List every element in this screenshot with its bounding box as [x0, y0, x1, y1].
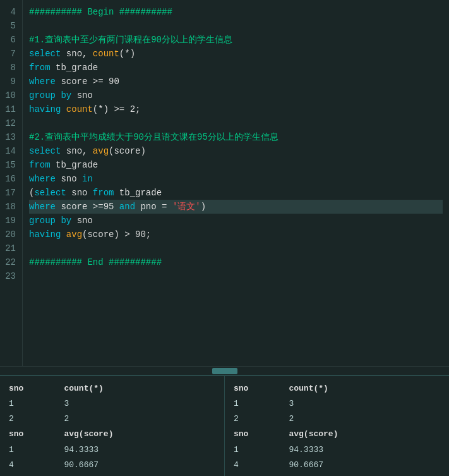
code-line: where score >=95 and pno = '语文') [29, 200, 443, 214]
result-cell: 90.6667 [64, 458, 215, 473]
line-number: 15 [4, 158, 18, 172]
result-row: 194.3333 [234, 442, 440, 458]
token-identifier: pno = [135, 200, 172, 214]
line-number: 16 [4, 172, 18, 186]
result-panel-left: snocount(*)1322snoavg(score)194.3333490.… [0, 376, 225, 476]
result-header-row: snoavg(score) [234, 427, 440, 442]
token-kw-select: select [34, 186, 66, 200]
result-cell: 2 [64, 412, 215, 427]
token-kw-hash: ########## Begin ########## [29, 5, 172, 19]
token-kw-select: select [29, 47, 61, 61]
token-identifier: sno [56, 172, 82, 186]
token-identifier: (*) >= 2; [93, 102, 141, 116]
token-identifier [61, 228, 66, 241]
code-line [29, 19, 443, 33]
result-column-header: avg(score) [289, 427, 440, 442]
token-kw-where: where [29, 75, 56, 88]
result-cell: 1 [9, 442, 64, 458]
result-cell: 2 [234, 412, 289, 427]
token-fn-avg: avg [66, 228, 82, 241]
token-fn-count: count [66, 102, 93, 116]
result-column-header: count(*) [64, 381, 215, 396]
result-row: 194.3333 [9, 442, 215, 458]
code-line: (select sno from tb_grade [29, 186, 443, 200]
token-kw-from: from [29, 158, 51, 172]
line-number: 6 [4, 33, 18, 47]
code-line: select sno, count(*) [29, 47, 443, 61]
result-cell: 1 [234, 396, 289, 412]
line-number: 11 [4, 102, 18, 116]
result-cell: 90.6667 [289, 458, 440, 473]
horizontal-scrollbar[interactable] [212, 368, 237, 374]
result-row: 22 [9, 412, 215, 427]
code-line: having avg(score) > 90; [29, 228, 443, 241]
token-fn-avg: avg [93, 144, 109, 158]
result-row: 490.6667 [9, 458, 215, 473]
line-number: 8 [4, 61, 18, 75]
token-string-red: '语文' [172, 200, 201, 214]
result-column-header: sno [234, 381, 289, 396]
token-identifier: sno [71, 214, 93, 228]
token-bracket: ( [29, 186, 34, 200]
editor-area: 4567891011121314151617181920212223 #####… [0, 0, 449, 366]
line-number: 9 [4, 75, 18, 88]
token-kw-where: where [29, 200, 56, 214]
line-number: 12 [4, 116, 18, 130]
code-line: select sno, avg(score) [29, 144, 443, 158]
result-column-header: sno [9, 427, 64, 442]
token-kw-group: group [29, 88, 56, 102]
token-kw-and: and [119, 200, 135, 214]
token-identifier [56, 88, 61, 102]
code-line: ########## End ########## [29, 255, 443, 269]
result-table: snocount(*)1322snoavg(score)194.3333490.… [9, 381, 215, 473]
code-line: #1.查询表中至少有两门课程在90分以上的学生信息 [29, 33, 443, 47]
result-column-header: sno [9, 381, 64, 396]
token-identifier: score >= 90 [56, 75, 119, 88]
result-cell: 94.3333 [64, 442, 215, 458]
scrollbar-area[interactable] [0, 366, 449, 375]
token-kw-select: select [29, 144, 61, 158]
code-content[interactable]: ########## Begin ########## #1.查询表中至少有两门… [23, 0, 449, 366]
line-number: 19 [4, 214, 18, 228]
code-line: group by sno [29, 88, 443, 102]
line-number: 13 [4, 130, 18, 144]
code-container: 4567891011121314151617181920212223 #####… [0, 0, 449, 366]
result-panel-right: snocount(*)1322snoavg(score)194.3333490.… [225, 376, 449, 476]
results-area: snocount(*)1322snoavg(score)194.3333490.… [0, 375, 449, 476]
result-cell: 3 [64, 396, 215, 412]
token-kw-where: where [29, 172, 56, 186]
token-kw-by: by [61, 214, 71, 228]
token-kw-having: having [29, 102, 61, 116]
token-kw-from: from [29, 61, 51, 75]
token-kw-group: group [29, 214, 56, 228]
result-cell: 1 [234, 442, 289, 458]
line-number: 23 [4, 269, 18, 283]
result-header-row: snoavg(score) [9, 427, 215, 442]
line-number: 5 [4, 19, 18, 33]
token-paren: (*) [119, 47, 135, 61]
token-identifier: sno, [61, 144, 92, 158]
code-line: where sno in [29, 172, 443, 186]
line-number: 18 [4, 200, 18, 214]
result-cell: 2 [9, 412, 64, 427]
token-fn-count: count [93, 47, 119, 61]
code-line: where score >= 90 [29, 75, 443, 88]
token-comment-cn: #1.查询表中至少有两门课程在90分以上的学生信息 [29, 33, 232, 47]
token-bracket: ) [201, 200, 206, 214]
token-identifier [56, 214, 61, 228]
result-header-row: snocount(*) [234, 381, 440, 396]
line-number: 21 [4, 241, 18, 255]
code-line: group by sno [29, 214, 443, 228]
result-table: snocount(*)1322snoavg(score)194.3333490.… [234, 381, 440, 473]
line-number: 20 [4, 228, 18, 241]
code-line: from tb_grade [29, 61, 443, 75]
result-cell: 94.3333 [289, 442, 440, 458]
token-kw-from: from [93, 186, 114, 200]
token-identifier: tb_grade [51, 158, 99, 172]
token-identifier: tb_grade [114, 186, 162, 200]
result-row: 13 [234, 396, 440, 412]
token-identifier: (score) > 90; [82, 228, 151, 241]
token-identifier: sno [71, 88, 93, 102]
token-comment-cn: #2.查询表中平均成绩大于90分且语文课在95分以上的学生信息 [29, 130, 278, 144]
line-numbers: 4567891011121314151617181920212223 [0, 0, 23, 366]
